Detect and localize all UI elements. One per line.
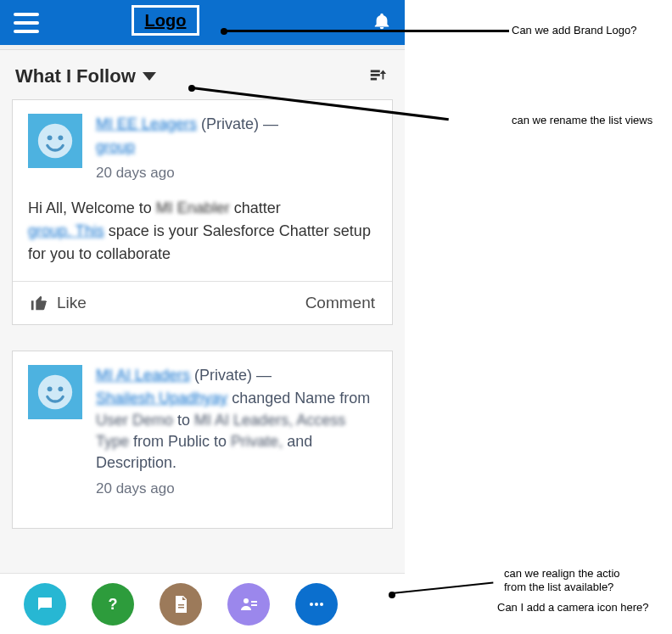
post-actions: Like Comment bbox=[13, 281, 392, 324]
avatar[interactable] bbox=[28, 114, 82, 168]
author-link[interactable]: Shailesh Upadhyay bbox=[96, 390, 227, 407]
svg-text:?: ? bbox=[109, 596, 118, 613]
feed-post: MI AI Leaders (Private) — Shailesh Upadh… bbox=[12, 351, 393, 529]
svg-point-12 bbox=[310, 603, 313, 606]
feed: MI EE Leagers (Private) — group 20 days … bbox=[0, 99, 405, 634]
chat-fab[interactable] bbox=[24, 583, 66, 626]
sort-icon[interactable] bbox=[366, 65, 389, 87]
annotation-arrow bbox=[392, 581, 494, 594]
tab-indicator bbox=[0, 45, 405, 50]
privacy-label: (Private) — bbox=[201, 115, 278, 132]
help-fab[interactable]: ? bbox=[92, 583, 134, 626]
comment-label: Comment bbox=[305, 294, 375, 311]
logo-text: Logo bbox=[145, 11, 187, 31]
more-fab[interactable] bbox=[295, 583, 338, 626]
svg-rect-8 bbox=[178, 607, 184, 609]
annotation-realign-1: can we realign the actio bbox=[504, 567, 620, 580]
svg-point-2 bbox=[58, 135, 63, 140]
svg-point-4 bbox=[48, 387, 53, 392]
menu-icon[interactable] bbox=[14, 13, 39, 33]
svg-point-1 bbox=[48, 135, 53, 140]
comment-button[interactable]: Comment bbox=[305, 294, 375, 312]
list-view-label: What I Follow bbox=[15, 65, 136, 87]
file-fab[interactable] bbox=[160, 583, 202, 626]
svg-point-14 bbox=[320, 603, 323, 606]
annotation-logo: Can we add Brand Logo? bbox=[512, 24, 636, 36]
annotation-camera: Can I add a camera icon here? bbox=[497, 601, 649, 614]
group-link[interactable]: MI EE Leagers bbox=[96, 115, 197, 132]
logo-placeholder[interactable]: Logo bbox=[132, 5, 199, 36]
annotation-realign-2: from the list available? bbox=[504, 581, 613, 593]
post-body: Hi All, Welcome to MI Enabler chatter gr… bbox=[28, 197, 377, 266]
mobile-frame: Logo What I Follow M bbox=[0, 0, 405, 634]
action-bar: ? bbox=[0, 573, 405, 634]
group-link[interactable]: MI AI Leaders bbox=[96, 367, 190, 384]
post-meta: MI EE Leagers (Private) — group 20 days … bbox=[96, 114, 377, 183]
svg-point-13 bbox=[315, 603, 318, 606]
svg-rect-10 bbox=[251, 601, 257, 603]
like-button[interactable]: Like bbox=[30, 294, 87, 312]
post-meta: MI AI Leaders (Private) — Shailesh Upadh… bbox=[96, 365, 377, 499]
list-view-selector[interactable]: What I Follow bbox=[0, 50, 405, 99]
privacy-label: (Private) — bbox=[194, 367, 272, 384]
annotation-listview: can we rename the list views bbox=[512, 114, 652, 126]
timestamp: 20 days ago bbox=[96, 163, 377, 183]
like-label: Like bbox=[57, 294, 87, 312]
svg-rect-11 bbox=[251, 604, 257, 606]
svg-point-5 bbox=[58, 387, 63, 392]
avatar[interactable] bbox=[28, 365, 82, 419]
feed-post: MI EE Leagers (Private) — group 20 days … bbox=[12, 99, 393, 325]
svg-rect-7 bbox=[178, 604, 184, 606]
svg-point-3 bbox=[38, 375, 72, 409]
post-subline: group bbox=[96, 138, 135, 155]
timestamp: 20 days ago bbox=[96, 479, 377, 499]
svg-point-0 bbox=[38, 124, 72, 158]
list-view-label-wrap: What I Follow bbox=[15, 65, 156, 87]
contact-fab[interactable] bbox=[227, 583, 270, 626]
chevron-down-icon bbox=[143, 72, 156, 81]
annotation-arrow bbox=[224, 30, 509, 32]
svg-point-9 bbox=[244, 598, 249, 603]
top-bar: Logo bbox=[0, 0, 405, 45]
